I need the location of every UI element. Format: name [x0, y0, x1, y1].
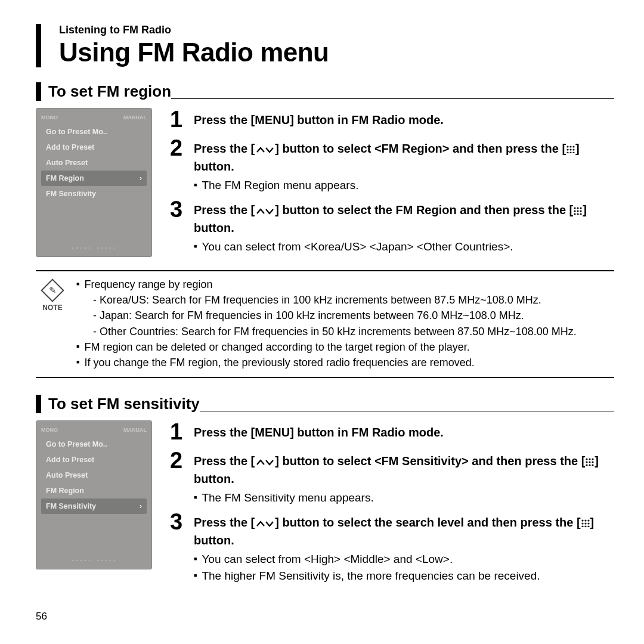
step-2: 2 Press the [] button to select <FM Regi… [170, 137, 614, 192]
svg-point-0 [566, 145, 568, 147]
svg-point-23 [592, 462, 594, 463]
menu-item: Add to Preset [41, 452, 147, 467]
svg-point-17 [580, 213, 582, 215]
svg-point-1 [569, 145, 571, 147]
grid-icon [573, 202, 583, 219]
svg-point-24 [586, 465, 588, 466]
menu-item: Auto Preset [41, 467, 147, 483]
svg-point-34 [584, 526, 586, 528]
step-sub: You can select from <High> <Middle> and … [194, 553, 614, 566]
svg-point-26 [592, 465, 594, 466]
device-mode-left: MONO [41, 427, 58, 433]
note-line: If you change the FM region, the previou… [76, 355, 614, 370]
grid-icon [585, 453, 595, 470]
step-text: Press the [] button to select the FM Reg… [194, 202, 614, 237]
step-number: 3 [170, 198, 185, 221]
note-line: - Other Countries: Search for FM frequen… [76, 324, 614, 339]
svg-point-22 [589, 462, 591, 463]
menu-item-selected: FM Sensitivity› [41, 499, 147, 514]
svg-point-12 [574, 210, 576, 212]
svg-point-14 [580, 210, 582, 212]
svg-point-11 [580, 207, 582, 209]
svg-point-18 [586, 459, 588, 460]
svg-point-35 [587, 526, 589, 528]
step-text: Press the [MENU] button in FM Radio mode… [194, 112, 614, 129]
section-fm-region: To set FM region MONO MANUAL Go to Prese… [36, 82, 614, 378]
menu-item: Go to Preset Mo.. [41, 124, 147, 140]
svg-point-32 [587, 523, 589, 525]
device-screenshot: MONO MANUAL Go to Preset Mo.. Add to Pre… [36, 108, 152, 257]
step-number: 2 [170, 137, 185, 159]
svg-point-7 [569, 151, 571, 153]
svg-point-29 [587, 520, 589, 522]
menu-item: FM Region [41, 483, 147, 499]
svg-point-10 [577, 207, 579, 209]
note-line: - Korea/US: Search for FM frequencies in… [76, 293, 614, 308]
svg-point-27 [581, 520, 583, 522]
svg-point-31 [584, 523, 586, 525]
step-sub: The FM Region menu appears. [194, 179, 614, 192]
menu-item: FM Sensitivity [41, 186, 147, 202]
note-line: FM region can be deleted or changed acco… [76, 340, 614, 355]
step-number: 1 [170, 420, 185, 443]
grid-icon [581, 515, 590, 532]
step-text: Press the [] button to select <FM Sensit… [194, 453, 614, 488]
step-sub: The FM Sensitivity menu appears. [194, 491, 614, 504]
svg-point-20 [592, 459, 594, 460]
step-1: 1 Press the [MENU] button in FM Radio mo… [170, 420, 614, 443]
note-icon: ✎ [41, 278, 64, 302]
section-fm-sensitivity: To set FM sensitivity MONO MANUAL Go to … [36, 395, 614, 589]
note-line: - Japan: Search for FM frequencies in 10… [76, 308, 614, 323]
svg-point-3 [566, 148, 568, 150]
note-label: NOTE [36, 304, 69, 312]
svg-point-25 [589, 465, 591, 466]
section-heading: To set FM sensitivity [36, 395, 200, 413]
menu-item: Add to Preset [41, 140, 147, 155]
step-number: 2 [170, 449, 185, 472]
up-down-icon [255, 516, 275, 529]
step-3: 3 Press the [] button to select the FM R… [170, 198, 614, 253]
svg-point-5 [572, 148, 574, 150]
step-2: 2 Press the [] button to select <FM Sens… [170, 449, 614, 504]
grid-icon [566, 141, 575, 158]
page-header: Listening to FM Radio Using FM Radio men… [36, 24, 614, 67]
svg-point-21 [586, 462, 588, 463]
menu-item: Go to Preset Mo.. [41, 436, 147, 452]
svg-point-2 [572, 145, 574, 147]
chevron-right-icon: › [140, 503, 142, 510]
device-mode-left: MONO [41, 114, 58, 120]
step-text: Press the [MENU] button in FM Radio mode… [194, 424, 614, 441]
section-heading: To set FM region [36, 82, 171, 101]
page-title: Using FM Radio menu [59, 38, 614, 67]
svg-point-15 [574, 213, 576, 215]
svg-point-19 [589, 459, 591, 460]
device-mode-right: MANUAL [123, 427, 147, 433]
svg-point-16 [577, 213, 579, 215]
step-number: 3 [170, 510, 185, 533]
svg-point-9 [574, 207, 576, 209]
up-down-icon [255, 454, 275, 467]
svg-point-4 [569, 148, 571, 150]
breadcrumb: Listening to FM Radio [59, 24, 614, 36]
step-3: 3 Press the [] button to select the sear… [170, 510, 614, 583]
svg-point-8 [572, 151, 574, 153]
step-1: 1 Press the [MENU] button in FM Radio mo… [170, 108, 614, 131]
step-sub: You can select from <Korea/US> <Japan> <… [194, 240, 614, 253]
up-down-icon [255, 142, 275, 155]
step-number: 1 [170, 108, 185, 131]
svg-point-33 [581, 526, 583, 528]
svg-point-13 [577, 210, 579, 212]
menu-item: Auto Preset [41, 155, 147, 171]
device-mode-right: MANUAL [123, 114, 147, 120]
chevron-right-icon: › [140, 175, 142, 182]
svg-point-28 [584, 520, 586, 522]
up-down-icon [255, 203, 275, 216]
step-sub: The higher FM Sensitivity is, the more f… [194, 569, 614, 583]
note-block: ✎ NOTE Frequency range by region - Korea… [36, 270, 614, 378]
svg-point-6 [566, 151, 568, 153]
svg-point-30 [581, 523, 583, 525]
device-screenshot: MONO MANUAL Go to Preset Mo.. Add to Pre… [36, 420, 152, 569]
step-text: Press the [] button to select <FM Region… [194, 140, 614, 175]
page-number: 56 [36, 611, 47, 623]
note-line: Frequency range by region [76, 277, 614, 292]
